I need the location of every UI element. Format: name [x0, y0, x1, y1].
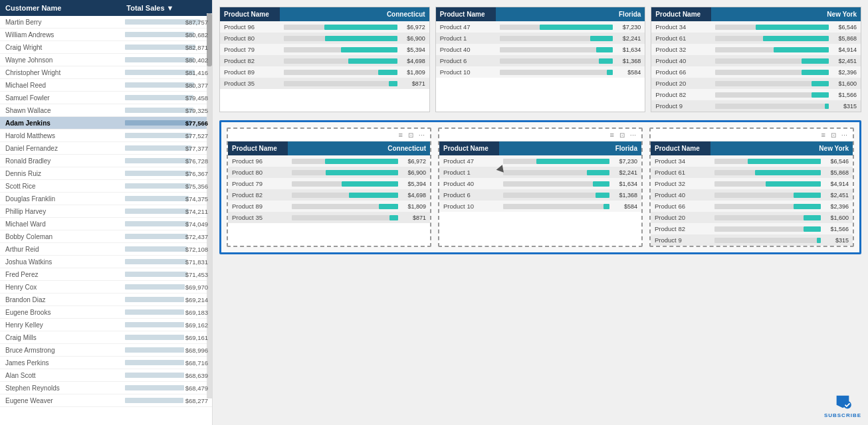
customer-sales-cell: $79,458 — [121, 92, 212, 104]
menu-icon[interactable]: ≡ — [609, 131, 613, 139]
table-row[interactable]: Craig Wright $82,871 — [0, 41, 212, 54]
table-row: Product 34 $6,546 — [651, 155, 853, 167]
col-product-name: Product Name — [228, 141, 288, 155]
customer-sales-cell: $71,453 — [121, 268, 212, 281]
customer-name-cell: Daniel Fernandez — [0, 142, 121, 155]
widget-toolbar: ≡ ⊡ ··· — [439, 129, 641, 141]
table-row[interactable]: Arthur Reid $72,108 — [0, 243, 212, 256]
subscribe-button[interactable]: SUBSCRIBE — [824, 392, 861, 418]
customer-sales-cell: $76,728 — [121, 155, 212, 167]
product-bar-cell: $2,396 — [711, 66, 861, 78]
table-row[interactable]: Henry Kelley $69,162 — [0, 319, 212, 331]
product-name-cell: Product 40 — [436, 44, 496, 55]
table-row[interactable]: Craig Mills $69,161 — [0, 331, 212, 344]
product-bar-cell: $1,809 — [288, 201, 430, 212]
more-icon[interactable]: ··· — [841, 131, 847, 139]
table-row[interactable]: Wayne Johnson $80,402 — [0, 54, 212, 66]
menu-icon[interactable]: ≡ — [398, 131, 402, 139]
menu-icon[interactable]: ≡ — [821, 131, 825, 139]
product-name-cell: Product 6 — [439, 189, 499, 201]
product-bar-cell: $7,230 — [496, 21, 645, 33]
product-name-cell: Product 1 — [439, 167, 499, 178]
product-name-cell: Product 89 — [220, 66, 280, 78]
product-bar-cell: $1,566 — [711, 89, 861, 100]
product-name-cell: Product 40 — [651, 55, 711, 66]
product-bar-cell: $2,451 — [711, 55, 861, 66]
table-row: Product 32 $4,914 — [651, 44, 861, 55]
customer-sales-cell: $77,377 — [121, 142, 212, 155]
product-name-cell: Product 9 — [651, 100, 711, 112]
left-panel: Customer Name Total Sales ▼ Martin Berry… — [0, 0, 213, 425]
customer-sales-cell: $76,367 — [121, 167, 212, 180]
product-bar-cell: $6,900 — [288, 167, 430, 178]
table-row[interactable]: Joshua Watkins $71,831 — [0, 256, 212, 268]
table-row: Product 6 $1,368 — [439, 189, 641, 201]
sort-arrow-icon: ▼ — [167, 4, 174, 12]
table-row[interactable]: Alan Scott $68,639 — [0, 369, 212, 382]
customer-name-cell: Michael Reed — [0, 79, 121, 92]
customer-sales-cell: $75,356 — [121, 180, 212, 193]
table-row[interactable]: Bobby Coleman $72,437 — [0, 230, 212, 243]
table-row[interactable]: Eugene Weaver $68,277 — [0, 394, 212, 407]
table-row[interactable]: Adam Jenkins $77,566 — [0, 117, 212, 129]
table-row: Product 9 $315 — [651, 234, 853, 246]
image-icon[interactable]: ⊡ — [831, 131, 836, 139]
product-name-cell: Product 79 — [228, 178, 288, 189]
product-name-cell: Product 61 — [651, 167, 710, 178]
product-widget-newyork-top: Product Name New York Product 34 $6,546 … — [651, 7, 861, 112]
table-row[interactable]: Michael Reed $80,377 — [0, 79, 212, 92]
table-row[interactable]: Eugene Brooks $69,183 — [0, 306, 212, 319]
col-region: Connecticut — [288, 141, 430, 155]
more-icon[interactable]: ··· — [630, 131, 636, 139]
product-table-newyork-top: Product Name New York Product 34 $6,546 … — [651, 7, 861, 112]
table-row[interactable]: Scott Rice $75,356 — [0, 180, 212, 193]
col-total-sales[interactable]: Total Sales ▼ — [121, 0, 212, 16]
table-row[interactable]: William Andrews $80,682 — [0, 29, 212, 41]
product-bar-cell: $1,634 — [499, 178, 641, 189]
product-table-florida-top: Product Name Florida Product 47 $7,230 P… — [436, 7, 645, 78]
table-row[interactable]: Michael Ward $74,049 — [0, 218, 212, 230]
product-name-cell: Product 66 — [651, 201, 710, 212]
table-row[interactable]: Daniel Fernandez $77,377 — [0, 142, 212, 155]
customer-name-cell: Stephen Reynolds — [0, 382, 121, 394]
table-row: Product 96 $6,972 — [228, 155, 430, 167]
col-customer-name[interactable]: Customer Name — [0, 0, 121, 16]
customer-name-cell: Michael Ward — [0, 218, 121, 230]
table-row[interactable]: Dennis Ruiz $76,367 — [0, 167, 212, 180]
customer-sales-cell: $87,757 — [121, 16, 212, 29]
table-row[interactable]: Martin Berry $87,757 — [0, 16, 212, 29]
table-row[interactable]: Stephen Reynolds $68,479 — [0, 382, 212, 394]
top-row: Product Name Connecticut Product 96 $6,9… — [219, 7, 861, 112]
customer-name-cell: Arthur Reid — [0, 243, 121, 256]
table-row[interactable]: Brandon Diaz $69,214 — [0, 294, 212, 306]
product-bar-cell: $315 — [711, 100, 861, 112]
product-name-cell: Product 35 — [220, 78, 280, 89]
table-row[interactable]: Christopher Wright $81,416 — [0, 66, 212, 79]
product-name-cell: Product 79 — [220, 44, 280, 55]
customer-name-cell: Henry Kelley — [0, 319, 121, 331]
product-name-cell: Product 10 — [439, 201, 499, 212]
table-row[interactable]: Harold Matthews $77,527 — [0, 129, 212, 142]
table-row: Product 47 $7,230 — [439, 155, 641, 167]
image-icon[interactable]: ⊡ — [619, 131, 625, 139]
table-row[interactable]: Douglas Franklin $74,375 — [0, 193, 212, 205]
table-row[interactable]: Henry Cox $69,970 — [0, 281, 212, 294]
customer-sales-cell: $81,416 — [121, 66, 212, 79]
col-region: New York — [711, 7, 861, 21]
customer-name-cell: Scott Rice — [0, 180, 121, 193]
customer-name-cell: Harold Matthews — [0, 129, 121, 142]
table-row[interactable]: Phillip Harvey $74,211 — [0, 205, 212, 218]
product-name-cell: Product 20 — [651, 212, 710, 223]
more-icon[interactable]: ··· — [419, 131, 425, 139]
table-row[interactable]: Samuel Fowler $79,458 — [0, 92, 212, 104]
customer-name-cell: Samuel Fowler — [0, 92, 121, 104]
table-row[interactable]: James Perkins $68,716 — [0, 357, 212, 369]
table-row[interactable]: Fred Perez $71,453 — [0, 268, 212, 281]
table-row[interactable]: Ronald Bradley $76,728 — [0, 155, 212, 167]
product-name-cell: Product 32 — [651, 44, 711, 55]
image-icon[interactable]: ⊡ — [408, 131, 413, 139]
table-row: Product 82 $4,698 — [228, 189, 430, 201]
table-row[interactable]: Shawn Wallace $79,325 — [0, 104, 212, 117]
product-bar-cell: $6,900 — [280, 33, 429, 44]
table-row[interactable]: Bruce Armstrong $68,996 — [0, 344, 212, 357]
